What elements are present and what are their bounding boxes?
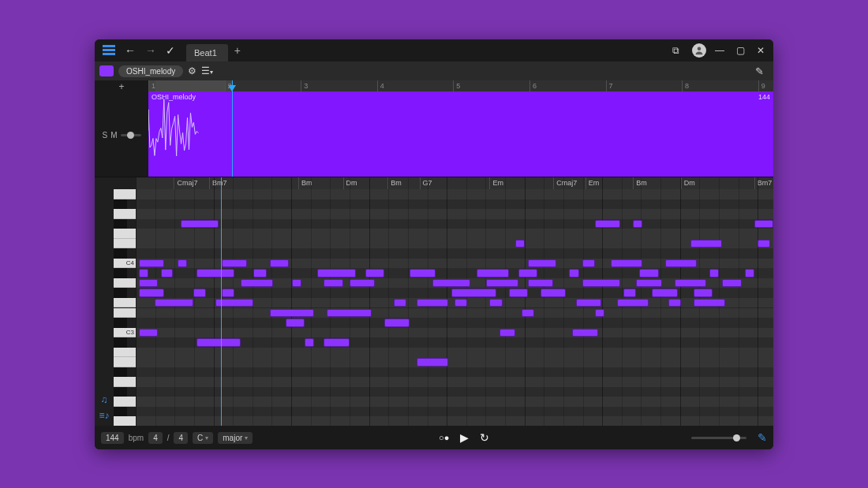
midi-note[interactable] (417, 299, 448, 307)
account-avatar[interactable] (690, 42, 709, 59)
midi-note[interactable] (582, 259, 595, 268)
play-button[interactable]: ▶ (457, 431, 472, 444)
midi-note[interactable] (305, 338, 314, 347)
midi-note[interactable] (139, 279, 158, 288)
ruler[interactable]: 123456789 (148, 80, 773, 91)
ruler-bar[interactable]: 1 (148, 80, 155, 91)
midi-note[interactable] (222, 289, 234, 297)
minimize-button[interactable]: — (710, 42, 729, 59)
midi-note[interactable] (161, 269, 173, 278)
midi-note[interactable] (270, 309, 315, 318)
midi-note[interactable] (617, 299, 649, 307)
midi-note[interactable] (639, 269, 658, 278)
midi-note[interactable] (365, 269, 384, 278)
new-tab-button[interactable]: + (234, 44, 241, 57)
external-link-icon[interactable]: ⧉ (666, 42, 685, 59)
chord-marker[interactable]: Bm (633, 177, 647, 189)
midi-note[interactable] (668, 299, 681, 307)
midi-note[interactable] (489, 299, 502, 307)
ruler-bar[interactable]: 7 (606, 80, 613, 91)
midi-note[interactable] (528, 259, 556, 268)
midi-note[interactable] (758, 240, 770, 248)
midi-note[interactable] (324, 338, 349, 347)
chord-marker[interactable]: Em (586, 177, 600, 189)
midi-note[interactable] (455, 299, 467, 307)
chord-marker[interactable]: Bm7 (754, 177, 773, 189)
master-volume-slider[interactable] (691, 437, 746, 439)
midi-note[interactable] (139, 329, 158, 337)
midi-note[interactable] (694, 289, 713, 297)
midi-note[interactable] (451, 289, 496, 297)
chord-marker[interactable]: Cmaj7 (553, 177, 577, 189)
midi-note[interactable] (509, 289, 528, 297)
midi-note[interactable] (477, 269, 508, 278)
audio-clip[interactable]: OSHI_melody 144 (148, 91, 773, 177)
chord-marker[interactable]: Em (489, 177, 503, 189)
midi-note[interactable] (486, 279, 518, 288)
midi-note[interactable] (196, 269, 234, 278)
chord-marker[interactable]: G7 (420, 177, 432, 189)
mute-button[interactable]: M (110, 131, 117, 140)
chord-marker[interactable]: Dm (681, 177, 695, 189)
midi-note[interactable] (665, 259, 697, 268)
timesig-denominator[interactable]: 4 (174, 432, 188, 444)
midi-note[interactable] (499, 329, 515, 337)
midi-note[interactable] (722, 279, 741, 288)
edit-icon[interactable]: ✎ (758, 431, 767, 444)
timesig-numerator[interactable]: 4 (148, 432, 163, 444)
midi-note[interactable] (139, 289, 164, 297)
midi-note[interactable] (286, 319, 305, 327)
midi-note[interactable] (139, 259, 164, 268)
midi-note[interactable] (694, 299, 725, 307)
chord-marker[interactable]: Bm (387, 177, 402, 189)
notes-mode-icon[interactable]: ♫ (101, 394, 108, 405)
midi-note[interactable] (270, 259, 289, 268)
midi-note[interactable] (253, 269, 266, 278)
midi-note[interactable] (652, 289, 677, 297)
clip-lane[interactable]: OSHI_melody 144 (148, 91, 773, 177)
midi-note[interactable] (417, 358, 448, 367)
midi-note[interactable] (541, 289, 566, 297)
midi-note[interactable] (155, 299, 193, 307)
midi-note[interactable] (384, 319, 410, 327)
ruler-bar[interactable]: 4 (377, 80, 384, 91)
midi-note[interactable] (636, 279, 661, 288)
ruler-bar[interactable]: 5 (453, 80, 460, 91)
midi-note[interactable] (528, 279, 553, 288)
app-logo-icon[interactable] (103, 45, 115, 56)
midi-note[interactable] (690, 240, 722, 248)
commit-button[interactable]: ✓ (163, 43, 178, 58)
midi-note[interactable] (432, 279, 470, 288)
midi-note[interactable] (410, 269, 435, 278)
midi-note[interactable] (193, 289, 206, 297)
key-mode[interactable]: major▾ (218, 432, 253, 444)
track-volume-slider[interactable] (121, 134, 141, 136)
draw-tool-icon[interactable]: ✎ (755, 65, 764, 77)
midi-note[interactable] (327, 309, 372, 318)
midi-note[interactable] (196, 338, 241, 347)
gear-icon[interactable]: ⚙ (188, 65, 196, 76)
midi-note[interactable] (222, 259, 247, 268)
midi-note[interactable] (595, 309, 604, 318)
midi-note[interactable] (569, 269, 578, 278)
midi-note[interactable] (675, 279, 706, 288)
back-button[interactable]: ← (122, 43, 139, 58)
note-grid[interactable]: Cmaj7Bm7BmDmBmG7EmCmaj7EmBmDmBm7 (136, 177, 773, 426)
key-root[interactable]: C▾ (193, 432, 213, 444)
bpm-field[interactable]: 144 (101, 432, 124, 444)
solo-button[interactable]: S (102, 131, 107, 140)
list-menu-icon[interactable]: ☰▾ (201, 65, 213, 76)
timeline[interactable]: 123456789 OSHI_melody 144 (148, 80, 773, 177)
midi-note[interactable] (754, 220, 773, 229)
midi-note[interactable] (292, 279, 301, 288)
midi-note[interactable] (241, 279, 272, 288)
playhead[interactable] (221, 177, 222, 426)
midi-note[interactable] (317, 269, 355, 278)
midi-note[interactable] (582, 279, 620, 288)
midi-note[interactable] (394, 299, 406, 307)
piano-keyboard[interactable]: C4C3 (114, 177, 136, 426)
midi-note[interactable] (522, 309, 534, 318)
record-button[interactable]: ○● (436, 433, 452, 442)
track-color-swatch[interactable] (99, 65, 114, 76)
midi-note[interactable] (350, 279, 375, 288)
